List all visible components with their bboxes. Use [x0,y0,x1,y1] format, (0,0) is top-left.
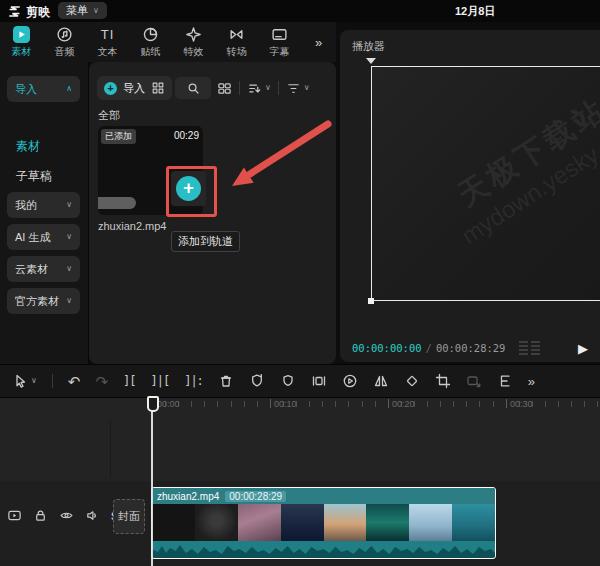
undo-icon[interactable]: ↶ [68,374,81,389]
import-button[interactable]: + 导入 [97,76,172,100]
timeline-upper: 00:00 00:10 00:20 00:30 [0,398,600,481]
search-icon [186,81,201,96]
filter-button[interactable]: ∨ [286,81,310,96]
thumbnail [195,504,238,541]
tab-audio[interactable]: 音频 [43,26,86,59]
chevron-down-icon: ∨ [66,297,72,305]
video-track-icon [7,508,22,523]
more-tools-icon[interactable]: » [528,375,535,388]
sidebar-label: 云素材 [15,262,48,277]
tab-label: 素材 [12,45,32,59]
eye-icon[interactable] [59,508,74,523]
transition-icon [228,26,245,43]
sidebar-item-subdraft[interactable]: 子草稿 [16,168,52,185]
tab-label: 字幕 [270,45,290,59]
media-tabbar: 素材 音频 TI 文本 贴纸 特效 [0,22,336,62]
pip-icon[interactable] [311,373,327,389]
playhead-line[interactable] [151,398,153,566]
frame-handle[interactable] [368,298,374,304]
thumbnail [409,504,452,541]
clip-header: zhuxian2.mp4 00:00:28:29 [152,488,495,504]
frame-corner-marker [366,58,376,64]
delete-icon[interactable] [218,373,234,389]
effects-star-icon [185,26,202,43]
sort-button[interactable]: ∨ [247,81,271,96]
filter-all-label[interactable]: 全部 [98,108,120,123]
redo-icon: ↷ [95,374,108,389]
player-panel: 播放器 天极下载站 mydown.yesky.com 00:00:00:00 /… [340,30,600,362]
sidebar-item-ai-generate[interactable]: AI 生成 ∨ [7,224,80,250]
material-icon [13,26,30,43]
tab-captions[interactable]: 字幕 [258,26,301,59]
mask-icon[interactable] [280,373,296,389]
thumbnail [324,504,367,541]
split-icon[interactable]: ][ [123,374,135,388]
thumbnail [152,504,195,541]
track-controls: S [0,508,118,523]
timeline-ruler[interactable] [152,401,600,407]
audio-icon [56,26,73,43]
lane-divider [110,420,111,478]
app-logo-icon [7,4,22,19]
sidebar-label: 我的 [15,198,37,213]
freeze-icon[interactable] [249,373,265,389]
cover-button[interactable]: 封面 [113,499,145,534]
tab-material[interactable]: 素材 [0,26,43,59]
thumbnail [452,504,495,541]
import-label: 导入 [123,81,145,96]
import-grid-icon[interactable] [151,81,165,95]
tab-sticker[interactable]: 贴纸 [129,26,172,59]
view-grid-icon[interactable] [217,81,232,96]
preview-frame[interactable] [371,66,600,301]
chevron-up-icon: ∧ [66,85,72,93]
rotate-icon[interactable] [404,373,420,389]
card-duration: 00:29 [174,130,199,141]
timeline-clip[interactable]: zhuxian2.mp4 00:00:28:29 [151,487,496,559]
tab-effects[interactable]: 特效 [172,26,215,59]
ratio-icon[interactable] [519,341,540,356]
tab-transition[interactable]: 转场 [215,26,258,59]
sidebar-item-official[interactable]: 官方素材 ∨ [7,288,80,314]
added-badge: 已添加 [101,129,136,144]
more-tabs-icon[interactable]: » [315,35,322,50]
chevron-down-icon: ∨ [66,233,72,241]
split-right-icon[interactable]: ]|: [184,374,203,388]
clip-thumbnails [152,504,495,541]
date-label: 12月8日 [455,4,495,19]
ruler-label: 00:00 [157,399,180,409]
tab-text[interactable]: TI 文本 [86,26,129,59]
sidebar-item-mine[interactable]: 我的 ∨ [7,192,80,218]
media-toolbar: ∨ ∨ [217,77,310,99]
crop-icon[interactable] [435,373,451,389]
chevron-down-icon: ∨ [304,84,310,92]
clip-name: zhuxian2.mp4 [157,491,219,502]
mirror-icon[interactable] [373,373,389,389]
search-button[interactable] [175,77,211,99]
speaker-icon[interactable] [85,508,100,523]
sidebar-item-import[interactable]: 导入 ∧ [7,76,80,102]
lock-icon[interactable] [33,508,48,523]
sidebar-label: 导入 [15,82,37,97]
title-bar: 剪映 菜单 ∨ 12月8日 [0,0,600,22]
cover-label: 封面 [118,509,140,524]
sidebar-item-cloud[interactable]: 云素材 ∨ [7,256,80,282]
current-timecode: 00:00:00:00 [352,342,422,354]
thumbnail [281,504,324,541]
sidebar-item-material[interactable]: 素材 [16,138,40,155]
card-bottom-strip [98,197,136,209]
chevron-down-icon: ∨ [31,377,37,385]
divider [52,374,53,388]
highlight-red-box [166,166,217,217]
select-tool-button[interactable]: ∨ [12,373,37,389]
plus-icon: + [104,82,117,95]
card-filename: zhuxian2.mp4 [98,220,167,232]
sidebar-label: 官方素材 [15,294,59,309]
speed-icon[interactable] [342,373,358,389]
app-name: 剪映 [26,4,50,21]
track-list-icon[interactable] [497,373,513,389]
playhead-handle[interactable] [147,396,159,412]
menu-button[interactable]: 菜单 ∨ [58,2,107,19]
chevron-down-icon: ∨ [66,201,72,209]
split-left-icon[interactable]: ]|[ [150,374,169,388]
play-button[interactable]: ▶ [578,341,588,356]
